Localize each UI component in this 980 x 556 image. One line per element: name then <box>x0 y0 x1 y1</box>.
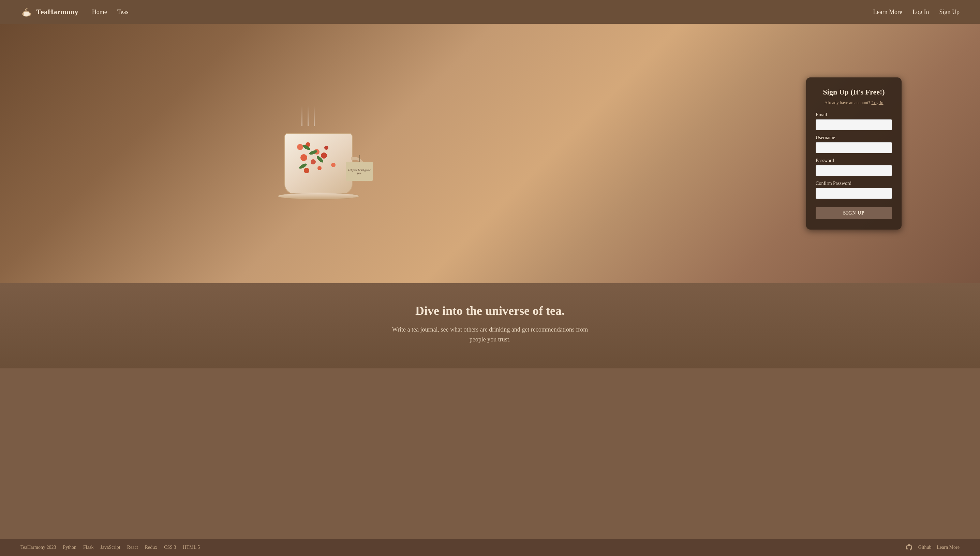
tea-tag: Let your heart guide you. <box>346 162 373 181</box>
footer-left: TeaHarmony 2023 Python Flask JavaScript … <box>21 545 200 550</box>
footer-link-python[interactable]: Python <box>63 545 76 550</box>
form-subtitle-text: Already have an account? <box>825 100 870 105</box>
confirm-password-form-group: Confirm Password <box>816 181 892 199</box>
footer-link-html5[interactable]: HTML 5 <box>183 545 200 550</box>
brand-name-text: TeaHarmony <box>36 8 79 16</box>
password-form-group: Password <box>816 158 892 176</box>
main-content: Let your heart guide you. Sign Up (It's … <box>0 24 980 539</box>
steam-line-2 <box>308 106 309 126</box>
hero-text-section: Dive into the universe of tea. Write a t… <box>0 283 980 369</box>
nav-home[interactable]: Home <box>92 8 107 16</box>
steam-line-1 <box>301 106 303 126</box>
footer-link-css3[interactable]: CSS 3 <box>164 545 176 550</box>
navbar-right: Learn More Log In Sign Up <box>873 8 959 16</box>
hero-background: Let your heart guide you. Sign Up (It's … <box>0 24 980 283</box>
footer-link-redux[interactable]: Redux <box>145 545 158 550</box>
steam-line-3 <box>314 106 315 126</box>
leaf-2 <box>309 149 318 155</box>
nav-log-in[interactable]: Log In <box>912 8 929 16</box>
flower-4 <box>324 145 328 150</box>
nav-teas[interactable]: Teas <box>117 8 129 16</box>
password-label: Password <box>816 158 892 163</box>
footer-link-react[interactable]: React <box>127 545 138 550</box>
flower-7 <box>321 152 327 158</box>
email-form-group: Email <box>816 112 892 130</box>
flower-8 <box>331 163 335 167</box>
cup-body <box>284 133 353 194</box>
flower-1 <box>297 144 303 150</box>
nav-learn-more[interactable]: Learn More <box>873 8 902 16</box>
signup-form-container: Sign Up (It's Free!) Already have an acc… <box>806 78 901 230</box>
form-title: Sign Up (It's Free!) <box>816 88 892 97</box>
footer: TeaHarmony 2023 Python Flask JavaScript … <box>0 539 980 556</box>
flower-9 <box>304 168 309 173</box>
username-label: Username <box>816 135 892 141</box>
footer-copyright: TeaHarmony 2023 <box>21 545 56 550</box>
svg-rect-1 <box>24 11 29 15</box>
cup-saucer <box>277 193 359 200</box>
footer-link-flask[interactable]: Flask <box>83 545 93 550</box>
email-label: Email <box>816 112 892 118</box>
form-subtitle: Already have an account? Log In <box>816 100 892 105</box>
cup-flowers <box>290 141 348 185</box>
nav-sign-up[interactable]: Sign Up <box>939 8 959 16</box>
tea-cup-visual: Let your heart guide you. <box>271 106 366 201</box>
email-input[interactable] <box>816 120 892 130</box>
flower-10 <box>318 166 322 170</box>
username-form-group: Username <box>816 135 892 153</box>
hero-headline: Dive into the universe of tea. <box>14 304 966 318</box>
tea-cup-icon <box>21 6 33 18</box>
steam <box>301 106 315 126</box>
flower-5 <box>300 154 307 161</box>
navbar-left: TeaHarmony Home Teas <box>21 6 129 18</box>
tea-cup-area: Let your heart guide you. <box>0 24 637 283</box>
footer-github-link[interactable]: Github <box>918 545 932 550</box>
footer-learn-more-link[interactable]: Learn More <box>937 545 959 550</box>
form-login-link[interactable]: Log In <box>872 100 883 105</box>
github-icon <box>905 544 913 551</box>
nav-links: Home Teas <box>92 8 129 16</box>
navbar: TeaHarmony Home Teas Learn More Log In S… <box>0 0 980 24</box>
footer-link-javascript[interactable]: JavaScript <box>100 545 120 550</box>
signup-button[interactable]: SIGN UP <box>816 207 892 219</box>
confirm-password-input[interactable] <box>816 188 892 199</box>
footer-right: Github Learn More <box>905 544 959 551</box>
confirm-password-label: Confirm Password <box>816 181 892 186</box>
brand-logo[interactable]: TeaHarmony <box>21 6 79 18</box>
hero-section: Let your heart guide you. Sign Up (It's … <box>0 24 980 283</box>
password-input[interactable] <box>816 165 892 176</box>
hero-subtext: Write a tea journal, see what others are… <box>388 325 592 344</box>
username-input[interactable] <box>816 142 892 153</box>
flower-6 <box>311 159 316 165</box>
